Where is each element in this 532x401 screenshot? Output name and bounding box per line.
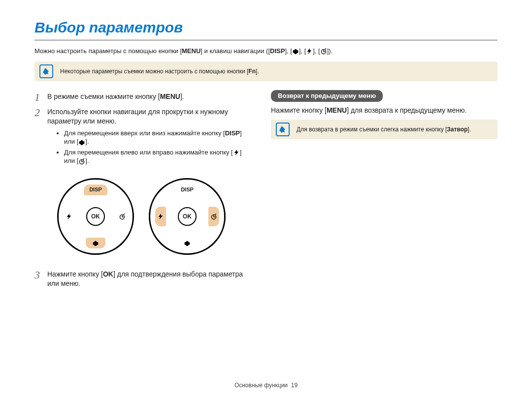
dial-pad-timer bbox=[117, 207, 128, 226]
intro-text-3: ], [ bbox=[285, 47, 292, 55]
title-rule bbox=[34, 40, 498, 40]
step-3: Нажмите кнопку [OK] для подтверждения вы… bbox=[34, 270, 251, 288]
flower-icon bbox=[92, 240, 99, 247]
dial-pad-flash bbox=[64, 207, 74, 226]
timer-icon bbox=[210, 213, 217, 220]
note-glyph-icon bbox=[279, 125, 287, 133]
dial-pad-timer bbox=[208, 207, 219, 226]
disp-key-label: DISP bbox=[270, 47, 285, 55]
step1-b: ]. bbox=[180, 93, 184, 100]
timer-icon bbox=[320, 48, 327, 55]
menu-key-label: MENU bbox=[182, 47, 200, 55]
return-b: ] для возврата к предыдущему меню. bbox=[347, 106, 466, 114]
step2-bullet-horizontal: Для перемещения влево или вправо нажимай… bbox=[64, 148, 251, 165]
return-subheading: Возврат к предыдущему меню bbox=[271, 90, 383, 102]
timer-icon bbox=[119, 213, 126, 220]
intro-text-6: ]). bbox=[327, 47, 333, 55]
flash-icon bbox=[306, 48, 313, 55]
steps-list: В режиме съемки нажмите кнопку [MENU]. И… bbox=[34, 92, 251, 288]
note-text: Некоторые параметры съемки можно настрои… bbox=[60, 67, 259, 75]
note-glyph-icon bbox=[42, 67, 50, 75]
note-shutter-text: Для возврата в режим съемки слегка нажми… bbox=[297, 125, 471, 133]
dial-pad-disp: DISP bbox=[84, 185, 107, 195]
intro-text-2: ] и клавиш навигации ([ bbox=[200, 47, 270, 55]
footer-section: Основные функции bbox=[234, 382, 288, 389]
note2-a: Для возврата в режим съемки слегка нажми… bbox=[297, 126, 447, 133]
dial-pad-flash bbox=[155, 207, 166, 226]
manual-page: Выбор параметров Можно настроить парамет… bbox=[0, 0, 532, 401]
return-text: Нажмите кнопку [MENU] для возврата к пре… bbox=[271, 106, 498, 115]
page-title: Выбор параметров bbox=[34, 18, 498, 38]
flower-icon bbox=[292, 48, 299, 55]
disp-key-label: DISP bbox=[225, 129, 240, 137]
dial-center-ok: OK bbox=[178, 207, 197, 226]
left-column: В режиме съемки нажмите кнопку [MENU]. И… bbox=[34, 90, 251, 294]
note1-text: Некоторые параметры съемки можно настрои… bbox=[60, 68, 248, 75]
s2b2c: ]. bbox=[85, 157, 89, 164]
note-box-fn: Некоторые параметры съемки можно настрои… bbox=[34, 62, 498, 81]
ok-key-label: OK bbox=[103, 270, 113, 278]
step2-bullet-vertical: Для перемещения вверх или вниз нажимайте… bbox=[64, 129, 251, 146]
intro-text-5: ], [ bbox=[313, 47, 320, 55]
dial-pad-disp: DISP bbox=[175, 185, 199, 195]
step2-main: Используйте кнопки навигации для прокрут… bbox=[47, 108, 228, 125]
menu-key-label: MENU bbox=[327, 106, 347, 114]
note2-b: ]. bbox=[467, 126, 471, 133]
timer-icon bbox=[78, 158, 85, 165]
s2b2a: Для перемещения влево или вправо нажимай… bbox=[64, 149, 233, 156]
intro-text-1: Можно настроить параметры с помощью кноп… bbox=[34, 47, 182, 55]
dials-diagram: DISP OK DISP OK bbox=[57, 178, 251, 255]
intro-text-4: ], [ bbox=[299, 47, 306, 55]
dial-center-ok: OK bbox=[86, 207, 105, 226]
menu-key-label: MENU bbox=[160, 93, 180, 100]
step-2: Используйте кнопки навигации для прокрут… bbox=[34, 107, 251, 255]
flower-icon bbox=[184, 240, 191, 247]
note-icon bbox=[276, 123, 290, 136]
note-icon bbox=[39, 64, 53, 78]
step3-a: Нажмите кнопку [ bbox=[47, 270, 103, 278]
note1-end: ]. bbox=[256, 68, 259, 75]
dial-horizontal: DISP OK bbox=[149, 178, 226, 255]
step2-bullets: Для перемещения вверх или вниз нажимайте… bbox=[47, 128, 251, 168]
intro-paragraph: Можно настроить параметры с помощью кноп… bbox=[34, 47, 498, 56]
two-column-layout: В режиме съемки нажмите кнопку [MENU]. И… bbox=[34, 90, 498, 294]
footer-page-number: 19 bbox=[291, 382, 298, 389]
s2b1c: ]. bbox=[85, 138, 89, 145]
dial-pad-macro bbox=[86, 238, 105, 248]
fn-key-label: Fn bbox=[248, 68, 256, 75]
flash-icon bbox=[233, 149, 240, 156]
step-1: В режиме съемки нажмите кнопку [MENU]. bbox=[34, 92, 251, 101]
flower-icon bbox=[78, 139, 85, 146]
dial-vertical: DISP OK bbox=[57, 178, 134, 255]
step1-a: В режиме съемки нажмите кнопку [ bbox=[47, 93, 160, 100]
flash-icon bbox=[66, 213, 72, 220]
s2b1a: Для перемещения вверх или вниз нажимайте… bbox=[64, 129, 225, 137]
flash-icon bbox=[157, 213, 164, 220]
return-a: Нажмите кнопку [ bbox=[271, 106, 327, 114]
note-box-shutter: Для возврата в режим съемки слегка нажми… bbox=[271, 120, 498, 139]
shutter-key-label: Затвор bbox=[447, 126, 467, 133]
dial-pad-macro bbox=[177, 238, 197, 248]
right-column: Возврат к предыдущему меню Нажмите кнопк… bbox=[271, 90, 498, 294]
page-footer: Основные функции 19 bbox=[0, 381, 532, 389]
